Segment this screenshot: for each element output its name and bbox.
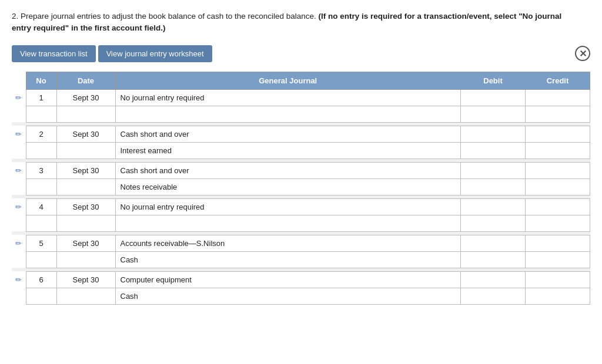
edit-icon-cell-empty <box>12 178 26 195</box>
row-number-empty <box>26 215 56 231</box>
row-number-empty <box>26 142 56 159</box>
row-credit <box>526 235 590 251</box>
edit-icon[interactable]: ✏ <box>14 93 24 102</box>
row-date-empty <box>56 106 115 122</box>
row-date-empty <box>56 215 115 231</box>
row-number-empty <box>26 178 56 195</box>
instruction-number: 2. <box>12 12 18 21</box>
row-description: Computer equipment <box>115 271 461 288</box>
row-debit <box>461 235 526 251</box>
row-date: Sept 30 <box>56 271 115 288</box>
row-number: 6 <box>26 271 56 288</box>
row-date: Sept 30 <box>56 89 115 106</box>
journal-table: No Date General Journal Debit Credit ✏ 1… <box>12 72 590 305</box>
row-date-empty <box>56 178 115 195</box>
row-number-empty <box>26 106 56 122</box>
row-description: Cash short and over <box>115 162 461 178</box>
table-row <box>12 106 590 122</box>
header-debit: Debit <box>461 72 526 89</box>
row-number-empty <box>26 251 56 268</box>
edit-icon-cell: ✏ <box>12 162 26 178</box>
row-number-empty <box>26 288 56 304</box>
row-debit-sub <box>461 288 526 304</box>
edit-icon-cell: ✏ <box>12 89 26 106</box>
row-debit-sub <box>461 251 526 268</box>
row-debit-sub <box>461 215 526 231</box>
edit-icon[interactable]: ✏ <box>14 203 24 211</box>
row-credit <box>526 271 590 288</box>
header-general-journal: General Journal <box>115 72 461 89</box>
row-number: 3 <box>26 162 56 178</box>
row-debit-sub <box>461 178 526 195</box>
edit-icon-cell: ✏ <box>12 235 26 251</box>
view-journal-entry-worksheet-button[interactable]: View journal entry worksheet <box>98 45 212 62</box>
table-row: ✏ 5 Sept 30 Accounts receivable—S.Nilson <box>12 235 590 251</box>
table-row <box>12 215 590 231</box>
row-date: Sept 30 <box>56 235 115 251</box>
row-debit <box>461 162 526 178</box>
row-description-sub <box>115 106 461 122</box>
header-no: No <box>26 72 56 89</box>
row-debit <box>461 89 526 106</box>
table-row: ✏ 6 Sept 30 Computer equipment <box>12 271 590 288</box>
table-row: Cash <box>12 251 590 268</box>
row-description: Cash short and over <box>115 126 461 142</box>
table-row: ✏ 3 Sept 30 Cash short and over <box>12 162 590 178</box>
row-number: 2 <box>26 126 56 142</box>
table-row: Interest earned <box>12 142 590 159</box>
edit-icon-cell: ✏ <box>12 198 26 215</box>
instruction-text: Prepare journal entries to adjust the bo… <box>18 12 318 21</box>
row-credit <box>526 162 590 178</box>
close-button[interactable]: ✕ <box>575 46 590 61</box>
row-credit-sub <box>526 215 590 231</box>
table-row: ✏ 2 Sept 30 Cash short and over <box>12 126 590 142</box>
row-date: Sept 30 <box>56 162 115 178</box>
button-bar: View transaction list View journal entry… <box>12 45 590 62</box>
row-debit <box>461 126 526 142</box>
row-description-sub: Cash <box>115 251 461 268</box>
edit-icon-cell-empty <box>12 106 26 122</box>
row-debit-sub <box>461 142 526 159</box>
edit-icon-cell: ✏ <box>12 271 26 288</box>
row-credit-sub <box>526 178 590 195</box>
row-number: 4 <box>26 198 56 215</box>
row-credit-sub <box>526 251 590 268</box>
edit-icon-cell: ✏ <box>12 126 26 142</box>
edit-icon-cell-empty <box>12 288 26 304</box>
row-number: 1 <box>26 89 56 106</box>
edit-icon[interactable]: ✏ <box>14 166 24 175</box>
edit-icon-cell-empty <box>12 142 26 159</box>
edit-icon-cell-empty <box>12 251 26 268</box>
instructions: 2. Prepare journal entries to adjust the… <box>12 11 570 35</box>
close-icon: ✕ <box>579 48 587 59</box>
row-date-empty <box>56 288 115 304</box>
row-credit <box>526 89 590 106</box>
row-description-sub: Cash <box>115 288 461 304</box>
header-date: Date <box>56 72 115 89</box>
edit-icon[interactable]: ✏ <box>14 239 24 248</box>
row-description: No journal entry required <box>115 89 461 106</box>
row-date-empty <box>56 251 115 268</box>
view-transaction-list-button[interactable]: View transaction list <box>12 45 96 62</box>
row-number: 5 <box>26 235 56 251</box>
table-row: ✏ 4 Sept 30 No journal entry required <box>12 198 590 215</box>
row-date: Sept 30 <box>56 126 115 142</box>
button-bar-left: View transaction list View journal entry… <box>12 45 212 62</box>
row-credit-sub <box>526 142 590 159</box>
row-credit-sub <box>526 288 590 304</box>
edit-icon-cell-empty <box>12 215 26 231</box>
edit-icon[interactable]: ✏ <box>14 130 24 139</box>
header-credit: Credit <box>526 72 590 89</box>
row-credit <box>526 126 590 142</box>
row-description-sub <box>115 215 461 231</box>
table-row: ✏ 1 Sept 30 No journal entry required <box>12 89 590 106</box>
edit-icon[interactable]: ✏ <box>14 275 24 284</box>
row-date: Sept 30 <box>56 198 115 215</box>
row-debit <box>461 271 526 288</box>
row-debit-sub <box>461 106 526 122</box>
row-credit-sub <box>526 106 590 122</box>
row-description: Accounts receivable—S.Nilson <box>115 235 461 251</box>
row-credit <box>526 198 590 215</box>
row-description-sub: Notes receivable <box>115 178 461 195</box>
row-debit <box>461 198 526 215</box>
